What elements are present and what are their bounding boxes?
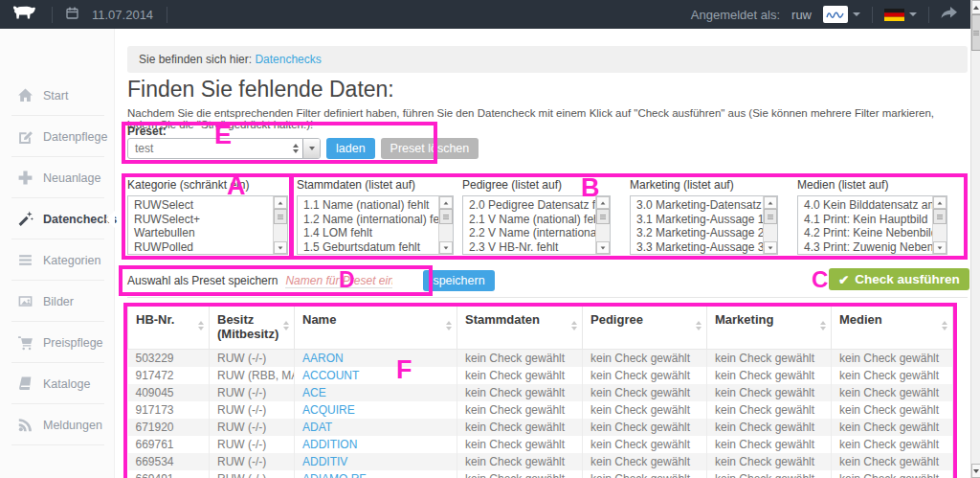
filter-listbox[interactable]: RUWSelectRUWSelect+WartebullenRUWPolled bbox=[127, 195, 288, 255]
filter-listbox[interactable]: 4.0 Kein Bilddatensatz am Bullen4.1 Prin… bbox=[797, 195, 947, 255]
listbox-scrollbar-thumb[interactable] bbox=[933, 209, 947, 224]
listbox-option[interactable]: 4.2 Print: Keine Nebenbilder bbox=[804, 226, 932, 240]
breadcrumb-link-datenchecks[interactable]: Datenchecks bbox=[255, 53, 321, 66]
table-cell: RUW (-/-) bbox=[210, 470, 295, 478]
listbox-scrollbar[interactable] bbox=[595, 196, 610, 254]
listbox-option[interactable]: RUWSelect+ bbox=[134, 213, 273, 227]
table-cell: ADDITION bbox=[295, 436, 457, 453]
listbox-option[interactable]: 2.0 Pedigree Datensatz fehlt bbox=[469, 198, 595, 213]
listbox-scroll-up-button[interactable] bbox=[596, 196, 610, 209]
preset-select[interactable]: test bbox=[127, 138, 321, 159]
sort-icon bbox=[446, 321, 452, 330]
filter-listbox[interactable]: 1.1 Name (national) fehlt1.2 Name (inter… bbox=[297, 195, 454, 255]
bull-logo-icon[interactable] bbox=[11, 5, 38, 25]
listbox-option[interactable]: 1.4 LOM fehlt bbox=[303, 226, 438, 240]
filter-listbox[interactable]: 3.0 Marketing-Datensatz fehlt3.1 Marketi… bbox=[630, 195, 778, 255]
listbox-scroll-up-button[interactable] bbox=[274, 196, 287, 209]
select-dropdown-button[interactable] bbox=[302, 139, 320, 158]
listbox-option[interactable]: 3.2 Marketing-Aussage 2 fehlt bbox=[636, 226, 763, 240]
listbox-scrollbar-thumb[interactable] bbox=[439, 209, 453, 224]
bull-name-link[interactable]: ADDITION bbox=[302, 438, 357, 451]
listbox-option[interactable]: RUWPolled bbox=[134, 240, 273, 255]
breadcrumb: Sie befinden sich hier: Datenchecks bbox=[127, 46, 968, 73]
table-cell: RUW (-/-) bbox=[210, 436, 295, 453]
listbox-scrollbar-thumb[interactable] bbox=[764, 209, 777, 224]
column-header[interactable]: Pedigree bbox=[583, 305, 707, 350]
sidebar-item-label: Meldungen bbox=[43, 419, 102, 432]
bull-name-link[interactable]: ACQUIRE bbox=[302, 403, 355, 417]
bull-name-link[interactable]: ACE bbox=[302, 386, 326, 399]
sidebar-item-kataloge[interactable]: Kataloge bbox=[0, 363, 114, 404]
listbox-scrollbar[interactable] bbox=[273, 196, 287, 254]
bull-name-link[interactable]: ADDITIV bbox=[302, 455, 347, 468]
language-menu[interactable] bbox=[884, 9, 917, 21]
column-header[interactable]: Name bbox=[295, 305, 457, 350]
bull-name-link[interactable]: AARON bbox=[302, 352, 344, 365]
scrollbar-thumb[interactable] bbox=[971, 14, 980, 51]
listbox-scroll-down-button[interactable] bbox=[596, 241, 610, 254]
sidebar-item-preispflege[interactable]: Preispflege bbox=[0, 322, 114, 363]
listbox-scrollbar[interactable] bbox=[932, 196, 947, 254]
listbox-scrollbar-thumb[interactable] bbox=[596, 209, 610, 224]
run-check-button[interactable]: ✔ Check ausführen bbox=[829, 268, 969, 290]
listbox-scrollbar[interactable] bbox=[763, 196, 777, 254]
delete-preset-button[interactable]: Preset löschen bbox=[381, 138, 479, 159]
listbox-option[interactable]: 2.3 V HB-Nr. fehlt bbox=[469, 240, 595, 255]
sidebar-item-bilder[interactable]: Bilder bbox=[0, 281, 114, 322]
listbox-scroll-down-button[interactable] bbox=[439, 241, 453, 254]
listbox-scrollbar-thumb[interactable] bbox=[274, 209, 287, 224]
listbox-scroll-down-button[interactable] bbox=[274, 241, 287, 254]
scroll-up-button[interactable] bbox=[971, 0, 980, 14]
table-row: 669761RUW (-/-)ADDITIONkein Check gewähl… bbox=[128, 436, 953, 453]
logout-arrow-icon[interactable] bbox=[941, 7, 957, 22]
listbox-option[interactable]: 4.1 Print: Kein Hauptbild bbox=[804, 213, 932, 227]
listbox-scroll-down-button[interactable] bbox=[764, 241, 777, 254]
listbox-option[interactable]: 3.0 Marketing-Datensatz fehlt bbox=[636, 198, 763, 213]
listbox-scroll-down-button[interactable] bbox=[933, 241, 947, 254]
listbox-option[interactable]: 1.2 Name (international) fehlt bbox=[303, 213, 438, 227]
listbox-option[interactable]: 1.5 Geburtsdatum fehlt bbox=[303, 240, 438, 255]
listbox-option[interactable]: 3.1 Marketing-Aussage 1 fehlt bbox=[636, 213, 763, 227]
listbox-option[interactable]: 4.0 Kein Bilddatensatz am Bullen bbox=[804, 198, 932, 213]
scroll-down-button[interactable] bbox=[971, 464, 980, 478]
sidebar-item-datenchecks[interactable]: Datenchecks bbox=[0, 198, 114, 239]
listbox-scroll-up-button[interactable] bbox=[439, 196, 453, 209]
listbox-option[interactable]: 2.1 V Name (national) fehlt bbox=[469, 213, 595, 227]
bull-name-link[interactable]: ADAT bbox=[302, 421, 332, 434]
spinner-arrows-icon[interactable] bbox=[293, 144, 299, 153]
filter-listbox[interactable]: 2.0 Pedigree Datensatz fehlt2.1 V Name (… bbox=[462, 195, 611, 255]
listbox-option[interactable]: 4.3 Print: Zuwenig Nebenbilder bbox=[804, 240, 932, 255]
listbox-scroll-up-button[interactable] bbox=[933, 196, 947, 209]
sidebar-item-datenpflege[interactable]: Datenpflege bbox=[0, 116, 114, 157]
save-preset-label: Auswahl als Preset speichern bbox=[127, 274, 278, 287]
listbox-scroll-up-button[interactable] bbox=[764, 196, 777, 209]
sidebar-item-label: Kataloge bbox=[43, 377, 90, 391]
column-header[interactable]: Besitz (Mitbesitz) bbox=[210, 305, 295, 350]
load-preset-button[interactable]: laden bbox=[326, 138, 375, 159]
save-preset-button[interactable]: speichern bbox=[423, 270, 494, 291]
listbox-scrollbar[interactable] bbox=[438, 196, 453, 254]
sidebar-item-kategorien[interactable]: Kategorien bbox=[0, 239, 114, 281]
sidebar-item-meldungen[interactable]: Meldungen bbox=[0, 404, 114, 445]
preset-name-input[interactable] bbox=[285, 274, 392, 288]
table-cell: ACQUIRE bbox=[295, 401, 457, 419]
column-header[interactable]: Marketing bbox=[707, 305, 832, 350]
page-scrollbar[interactable] bbox=[970, 0, 980, 478]
bull-name-link[interactable]: ADIAMO RF bbox=[302, 472, 367, 478]
sidebar-item-start[interactable]: Start bbox=[0, 75, 114, 116]
user-menu[interactable] bbox=[823, 6, 860, 23]
listbox-option[interactable]: 1.1 Name (national) fehlt bbox=[303, 198, 438, 213]
bull-name-link[interactable]: ACCOUNT bbox=[302, 369, 359, 382]
sidebar-item-neuanlage[interactable]: Neuanlage bbox=[0, 157, 114, 198]
results-table: HB-Nr.Besitz (Mitbesitz)NameStammdatenPe… bbox=[127, 305, 953, 478]
filter-label: Pedigree (listet auf) bbox=[462, 178, 611, 192]
listbox-option[interactable]: 3.3 Marketing-Aussage 3 fehlt bbox=[636, 240, 763, 255]
column-header[interactable]: Medien bbox=[832, 305, 953, 350]
column-header[interactable]: HB-Nr. bbox=[128, 305, 210, 350]
listbox-option[interactable]: RUWSelect bbox=[134, 198, 273, 213]
listbox-option[interactable]: Wartebullen bbox=[134, 226, 273, 240]
column-header[interactable]: Stammdaten bbox=[457, 305, 583, 350]
table-cell: kein Check gewählt bbox=[832, 436, 953, 453]
table-cell: kein Check gewählt bbox=[583, 470, 707, 478]
listbox-option[interactable]: 2.2 V Name (international) fehlt bbox=[469, 226, 595, 240]
